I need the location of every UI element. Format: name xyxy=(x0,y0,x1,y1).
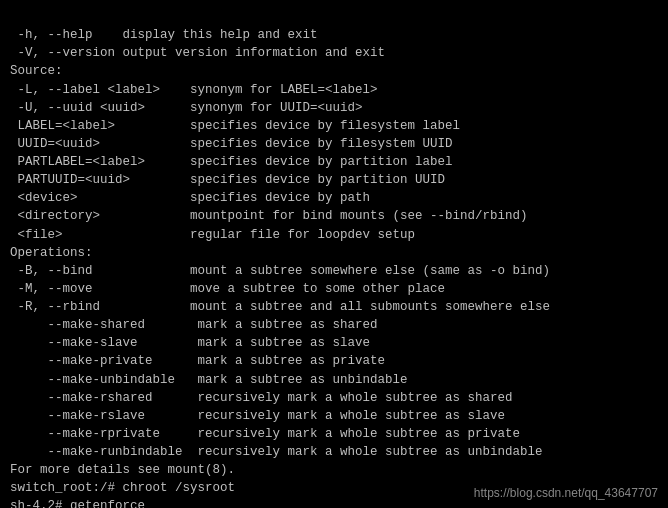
watermark: https://blog.csdn.net/qq_43647707 xyxy=(474,486,658,500)
terminal-line: -M, --move move a subtree to some other … xyxy=(10,280,658,298)
terminal-line: <device> specifies device by path xyxy=(10,189,658,207)
terminal-line: PARTUUID=<uuid> specifies device by part… xyxy=(10,171,658,189)
terminal-line: -h, --help display this help and exit xyxy=(10,26,658,44)
terminal-line: --make-rprivate recursively mark a whole… xyxy=(10,425,658,443)
terminal-line: Operations: xyxy=(10,244,658,262)
terminal-line: Source: xyxy=(10,62,658,80)
terminal-line: --make-unbindable mark a subtree as unbi… xyxy=(10,371,658,389)
terminal-line: <file> regular file for loopdev setup xyxy=(10,226,658,244)
terminal-line: PARTLABEL=<label> specifies device by pa… xyxy=(10,153,658,171)
terminal-line: --make-shared mark a subtree as shared xyxy=(10,316,658,334)
terminal-line: -V, --version output version information… xyxy=(10,44,658,62)
terminal-line: <directory> mountpoint for bind mounts (… xyxy=(10,207,658,225)
terminal-line: --make-rslave recursively mark a whole s… xyxy=(10,407,658,425)
terminal-line: UUID=<uuid> specifies device by filesyst… xyxy=(10,135,658,153)
terminal-line: -R, --rbind mount a subtree and all subm… xyxy=(10,298,658,316)
terminal-line: -U, --uuid <uuid> synonym for UUID=<uuid… xyxy=(10,99,658,117)
terminal-line: --make-slave mark a subtree as slave xyxy=(10,334,658,352)
terminal-window: -h, --help display this help and exit -V… xyxy=(0,0,668,508)
terminal-line: For more details see mount(8). xyxy=(10,461,658,479)
terminal-line: -B, --bind mount a subtree somewhere els… xyxy=(10,262,658,280)
terminal-line: LABEL=<label> specifies device by filesy… xyxy=(10,117,658,135)
terminal-line: --make-runbindable recursively mark a wh… xyxy=(10,443,658,461)
terminal-line: -L, --label <label> synonym for LABEL=<l… xyxy=(10,81,658,99)
terminal-line: --make-private mark a subtree as private xyxy=(10,352,658,370)
terminal-line: --make-rshared recursively mark a whole … xyxy=(10,389,658,407)
